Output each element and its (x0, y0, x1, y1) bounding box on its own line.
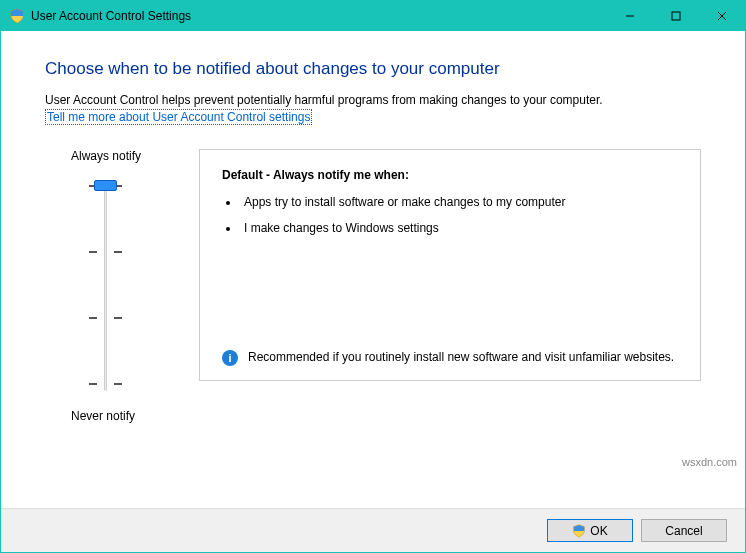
shield-icon (9, 8, 25, 24)
slider-tick (89, 317, 97, 319)
ok-button-label: OK (590, 524, 607, 538)
footer: OK Cancel (1, 508, 745, 552)
uac-settings-window: User Account Control Settings Choose whe… (0, 0, 746, 553)
cancel-button-label: Cancel (665, 524, 702, 538)
titlebar: User Account Control Settings (1, 1, 745, 31)
notify-slider[interactable] (75, 181, 135, 391)
slider-column: Always notify Never notify (45, 149, 175, 423)
window-controls (607, 1, 745, 31)
shield-icon (572, 524, 586, 538)
recommendation-text: Recommended if you routinely install new… (248, 349, 674, 365)
page-description: User Account Control helps prevent poten… (45, 93, 701, 107)
svg-rect-1 (672, 12, 680, 20)
minimize-button[interactable] (607, 1, 653, 31)
main-row: Always notify Never notify Default - Alw… (45, 149, 701, 423)
maximize-button[interactable] (653, 1, 699, 31)
watermark: wsxdn.com (682, 456, 737, 468)
info-bullet: Apps try to install software or make cha… (240, 194, 678, 210)
info-icon: i (222, 350, 238, 366)
info-panel-title: Default - Always notify me when: (222, 168, 678, 182)
recommendation-row: i Recommended if you routinely install n… (222, 349, 678, 366)
slider-tick (89, 251, 97, 253)
page-heading: Choose when to be notified about changes… (45, 59, 701, 79)
slider-tick (114, 251, 122, 253)
slider-top-label: Always notify (45, 149, 175, 163)
close-button[interactable] (699, 1, 745, 31)
help-link[interactable]: Tell me more about User Account Control … (45, 109, 312, 125)
slider-thumb[interactable] (94, 180, 117, 191)
info-panel: Default - Always notify me when: Apps tr… (199, 149, 701, 381)
slider-tick (114, 383, 122, 385)
slider-tick (114, 317, 122, 319)
slider-bottom-label: Never notify (45, 409, 175, 423)
slider-track (104, 181, 107, 391)
cancel-button[interactable]: Cancel (641, 519, 727, 542)
info-list: Apps try to install software or make cha… (222, 194, 678, 246)
info-bullet: I make changes to Windows settings (240, 220, 678, 236)
slider-tick (89, 383, 97, 385)
window-title: User Account Control Settings (31, 9, 191, 23)
ok-button[interactable]: OK (547, 519, 633, 542)
content-area: Choose when to be notified about changes… (1, 31, 745, 508)
